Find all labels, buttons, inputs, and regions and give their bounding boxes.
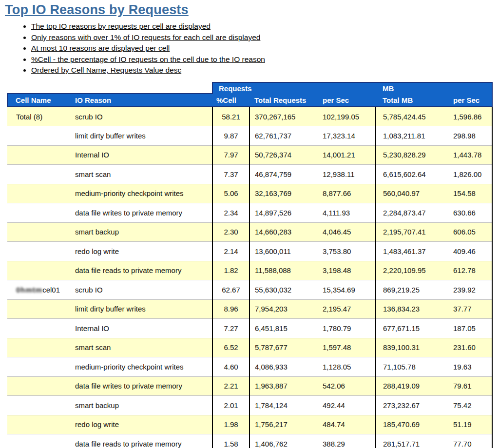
table-row: redo log write 1.98 1,756,217 484.74 185… bbox=[7, 415, 492, 434]
table-row: data file reads to private memory 1.58 1… bbox=[7, 434, 492, 448]
mb-per-sec-value: 606.05 bbox=[441, 222, 492, 242]
column-header-row: Cell Name IO Reason %Cell Total Requests… bbox=[7, 94, 492, 107]
total-requests-value: 6,451,815 bbox=[250, 319, 320, 338]
report-page: Top IO Reasons by Requests The top IO re… bbox=[0, 2, 499, 448]
column-header-pct-cell: %Cell bbox=[212, 94, 250, 107]
requests-per-sec-value: 15,354.69 bbox=[320, 280, 376, 300]
total-requests-value: 1,784,124 bbox=[250, 396, 320, 415]
table-row: data file writes to private memory 2.21 … bbox=[7, 376, 492, 396]
total-requests-value: 46,874,759 bbox=[250, 165, 320, 184]
cell-name-cell bbox=[7, 184, 71, 203]
requests-per-sec-value: 1,128.05 bbox=[320, 357, 376, 377]
requests-per-sec-value: 388.29 bbox=[320, 434, 376, 448]
total-requests-value: 11,588,088 bbox=[250, 261, 320, 280]
mb-per-sec-value: 79.61 bbox=[441, 376, 492, 396]
column-header-io-reason: IO Reason bbox=[71, 94, 212, 107]
total-requests-value: 55,630,032 bbox=[250, 280, 320, 300]
io-reason-cell: data file writes to private memory bbox=[71, 376, 212, 396]
pct-cell-value: 7.37 bbox=[212, 165, 250, 184]
io-reason-cell: redo log write bbox=[71, 415, 212, 434]
table-row: Internal IO 7.27 6,451,815 1,780.79 677,… bbox=[7, 319, 492, 338]
io-reason-cell: smart backup bbox=[71, 222, 212, 242]
pct-cell-value: 1.82 bbox=[212, 261, 250, 280]
notes-list: The top IO reasons by requests per cell … bbox=[31, 22, 499, 75]
total-mb-value: 185,470.69 bbox=[376, 415, 441, 434]
column-header-mb-per-sec: per Sec bbox=[441, 94, 492, 107]
pct-cell-value: 2.21 bbox=[212, 376, 250, 396]
requests-per-sec-value: 1,597.48 bbox=[320, 338, 376, 357]
mb-per-sec-value: 231.60 bbox=[441, 338, 492, 357]
pct-cell-value: 1.58 bbox=[212, 434, 250, 448]
note-item: Only reasons with over 1% of IO requests… bbox=[31, 33, 499, 42]
total-mb-value: 71,105.78 bbox=[376, 357, 441, 377]
requests-per-sec-value: 484.74 bbox=[320, 415, 376, 434]
requests-per-sec-value: 2,195.47 bbox=[320, 299, 376, 319]
total-requests-value: 370,267,165 bbox=[250, 107, 320, 126]
total-mb-value: 1,083,211.81 bbox=[376, 126, 441, 146]
mb-per-sec-value: 612.78 bbox=[441, 261, 492, 280]
pct-cell-value: 7.97 bbox=[212, 145, 250, 165]
total-requests-value: 62,761,737 bbox=[250, 126, 320, 146]
total-mb-value: 288,419.09 bbox=[376, 376, 441, 396]
cell-name-text: Total (8) bbox=[16, 113, 42, 121]
io-reason-cell: Internal IO bbox=[71, 145, 212, 165]
io-reason-cell: smart scan bbox=[71, 338, 212, 357]
cell-name-cell bbox=[7, 376, 71, 396]
pct-cell-value: 7.27 bbox=[212, 319, 250, 338]
pct-cell-value: 58.21 bbox=[212, 107, 250, 126]
total-mb-value: 2,220,109.95 bbox=[376, 261, 441, 280]
total-mb-value: 136,834.23 bbox=[376, 299, 441, 319]
table-row: smart scan 6.52 5,787,677 1,597.48 839,1… bbox=[7, 338, 492, 357]
io-reason-cell: scrub IO bbox=[71, 280, 212, 300]
group-header-mb: MB bbox=[376, 82, 492, 94]
column-header-total-requests: Total Requests bbox=[250, 94, 320, 107]
total-requests-value: 7,954,203 bbox=[250, 299, 320, 319]
header-spacer bbox=[7, 82, 212, 94]
mb-per-sec-value: 630.66 bbox=[441, 203, 492, 223]
group-header-requests: Requests bbox=[212, 82, 376, 94]
io-reason-cell: data file reads to private memory bbox=[71, 261, 212, 280]
io-reason-cell: limit dirty buffer writes bbox=[71, 299, 212, 319]
cell-name-cell bbox=[7, 145, 71, 165]
note-item: The top IO reasons by requests per cell … bbox=[31, 22, 499, 31]
mb-per-sec-value: 51.19 bbox=[441, 415, 492, 434]
table-row: Internal IO 7.97 50,726,374 14,001.21 5,… bbox=[7, 145, 492, 165]
mb-per-sec-value: 1,826.00 bbox=[441, 165, 492, 184]
mb-per-sec-value: 154.58 bbox=[441, 184, 492, 203]
io-reason-cell: limit dirty buffer writes bbox=[71, 126, 212, 146]
mb-per-sec-value: 239.92 bbox=[441, 280, 492, 300]
io-reason-cell: scrub IO bbox=[71, 107, 212, 126]
page-title[interactable]: Top IO Reasons by Requests bbox=[5, 2, 499, 18]
total-mb-value: 1,483,461.37 bbox=[376, 242, 441, 261]
requests-per-sec-value: 17,323.14 bbox=[320, 126, 376, 146]
io-reason-cell: data file writes to private memory bbox=[71, 203, 212, 223]
group-header-row: Requests MB bbox=[7, 82, 492, 94]
requests-per-sec-value: 1,780.79 bbox=[320, 319, 376, 338]
pct-cell-value: 2.01 bbox=[212, 396, 250, 415]
total-mb-value: 2,195,707.41 bbox=[376, 222, 441, 242]
table-row: redo log write 2.14 13,600,011 3,753.80 … bbox=[7, 242, 492, 261]
cell-name-cell bbox=[7, 126, 71, 146]
pct-cell-value: 8.96 bbox=[212, 299, 250, 319]
requests-per-sec-value: 492.44 bbox=[320, 396, 376, 415]
cell-name-cell bbox=[7, 338, 71, 357]
mb-per-sec-value: 298.98 bbox=[441, 126, 492, 146]
pct-cell-value: 2.30 bbox=[212, 222, 250, 242]
io-reason-cell: Internal IO bbox=[71, 319, 212, 338]
requests-per-sec-value: 3,753.80 bbox=[320, 242, 376, 261]
total-requests-value: 14,897,526 bbox=[250, 203, 320, 223]
total-requests-value: 5,787,677 bbox=[250, 338, 320, 357]
table-row: medium-priority checkpoint writes 4.60 4… bbox=[7, 357, 492, 377]
total-mb-value: 6,615,602.64 bbox=[376, 165, 441, 184]
table-body: Total (8) scrub IO 58.21 370,267,165 102… bbox=[7, 107, 492, 448]
cell-name-cell bbox=[7, 222, 71, 242]
cell-name-cell bbox=[7, 319, 71, 338]
pct-cell-value: 2.34 bbox=[212, 203, 250, 223]
io-reason-cell: smart backup bbox=[71, 396, 212, 415]
requests-per-sec-value: 3,198.48 bbox=[320, 261, 376, 280]
mb-per-sec-value: 75.42 bbox=[441, 396, 492, 415]
requests-per-sec-value: 4,111.93 bbox=[320, 203, 376, 223]
io-reason-cell: medium-priority checkpoint writes bbox=[71, 357, 212, 377]
total-requests-value: 32,163,769 bbox=[250, 184, 320, 203]
pct-cell-value: 2.14 bbox=[212, 242, 250, 261]
